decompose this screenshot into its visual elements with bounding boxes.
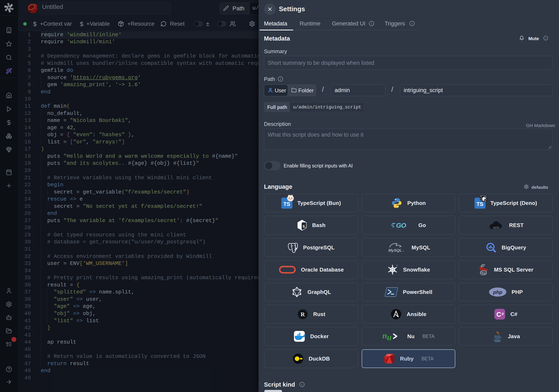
svg-text:n: n (382, 332, 387, 340)
svg-text:$: $ (303, 225, 305, 228)
svg-text:#: # (502, 312, 504, 316)
svg-text:HTTP: HTTP (493, 227, 499, 229)
svg-text:C: C (496, 311, 501, 318)
svg-text:R: R (301, 311, 305, 318)
svg-text:Java: Java (494, 340, 500, 342)
svg-text:u: u (387, 333, 391, 341)
svg-text:MySQL: MySQL (388, 248, 402, 253)
svg-text:php: php (493, 289, 502, 295)
svg-text:TS: TS (283, 201, 290, 207)
svg-text:GO: GO (396, 222, 406, 229)
